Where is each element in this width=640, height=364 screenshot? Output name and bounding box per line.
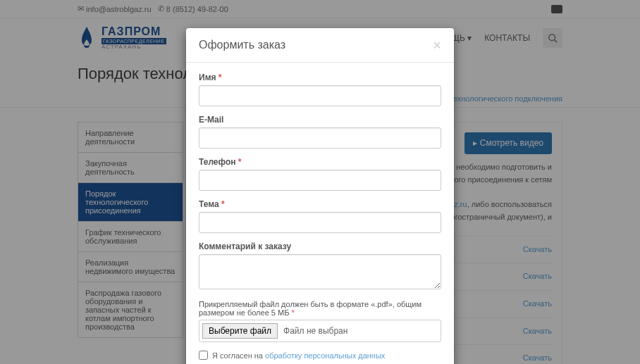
comment-label: Комментарий к заказу <box>199 241 441 251</box>
modal-title: Оформить заказ <box>199 39 285 51</box>
file-input-row: Выберите файл Файл не выбран <box>199 320 441 342</box>
subject-input[interactable] <box>199 212 441 233</box>
modal-overlay[interactable]: Оформить заказ × Имя * E-Mail Телефон * … <box>0 0 640 364</box>
order-modal: Оформить заказ × Имя * E-Mail Телефон * … <box>186 28 454 364</box>
email-label: E-Mail <box>199 115 441 125</box>
name-label: Имя * <box>199 73 441 82</box>
consent-checkbox[interactable] <box>199 351 208 360</box>
phone-label: Телефон * <box>199 157 441 167</box>
subject-label: Тема * <box>199 199 441 209</box>
close-icon[interactable]: × <box>433 38 441 52</box>
consent-link[interactable]: обработку персональных данных <box>265 351 385 360</box>
email-input[interactable] <box>199 127 441 149</box>
file-status: Файл не выбран <box>283 326 347 336</box>
file-choose-button[interactable]: Выберите файл <box>202 323 278 339</box>
phone-input[interactable] <box>199 170 441 191</box>
name-input[interactable] <box>199 85 441 106</box>
file-hint: Прикрепляемый файл должен быть в формате… <box>199 300 441 317</box>
consent-text: Я согласен на <box>212 351 265 360</box>
consent-row: Я согласен на обработку персональных дан… <box>199 351 441 360</box>
comment-textarea[interactable] <box>199 254 441 289</box>
